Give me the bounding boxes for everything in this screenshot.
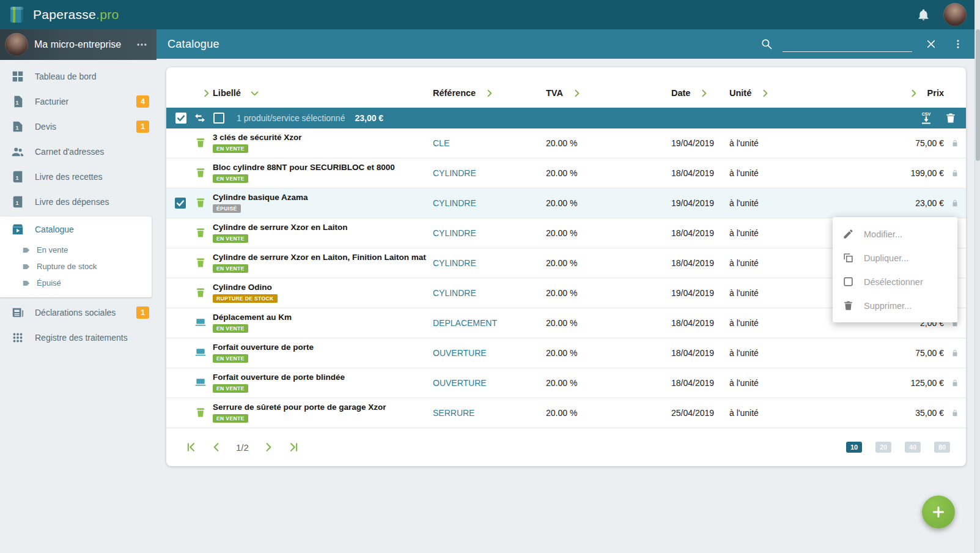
trash-icon: [842, 300, 854, 311]
next-page-icon[interactable]: [262, 441, 274, 453]
table-row[interactable]: Forfait ouverture de porte blindéeEN VEN…: [166, 368, 966, 398]
product-icon: [194, 136, 207, 149]
sidebar-subitem-rupture-de-stock[interactable]: Rupture de stock: [0, 258, 152, 275]
context-menu-label: Supprimer...: [864, 301, 912, 311]
tag-icon: [22, 246, 31, 254]
brand[interactable]: Paperasse.pro: [7, 5, 119, 24]
last-page-icon[interactable]: [288, 441, 300, 453]
select-all-checkbox[interactable]: [175, 113, 186, 124]
product-tva: 20.00 %: [546, 318, 665, 328]
product-reference: CLE: [433, 138, 546, 148]
product-reference: OUVERTURE: [433, 348, 546, 358]
product-icon: [194, 256, 207, 269]
row-checkbox[interactable]: [175, 198, 186, 209]
pagination: 1/2 10204080: [166, 428, 966, 466]
contacts-icon: [11, 145, 24, 158]
account-more-icon[interactable]: [136, 39, 148, 51]
product-reference: CYLINDRE: [433, 288, 546, 298]
sort-icon[interactable]: [572, 88, 582, 98]
delete-selection-icon[interactable]: [945, 112, 957, 124]
page-scrollbar[interactable]: [974, 0, 980, 553]
context-menu-item-deselectionner[interactable]: Désélectionner: [833, 270, 957, 294]
account-avatar: [5, 33, 28, 56]
user-avatar[interactable]: [943, 3, 967, 26]
product-date: 18/04/2019: [665, 348, 729, 358]
tag-icon: [22, 279, 31, 288]
overflow-menu-icon[interactable]: [952, 39, 963, 50]
add-product-button[interactable]: [922, 495, 955, 529]
sidebar-item-facturier[interactable]: 1Facturier4: [0, 89, 157, 114]
export-csv-icon[interactable]: CSV: [919, 111, 934, 125]
column-header-tva[interactable]: TVA: [546, 88, 665, 98]
table-row[interactable]: Forfait ouverture de porteEN VENTEOUVERT…: [166, 338, 966, 368]
product-price: 125,00 €: [894, 378, 944, 388]
sort-icon[interactable]: [201, 88, 212, 98]
sidebar-item-livre-des-recettes[interactable]: 1Livre des recettes: [0, 164, 157, 189]
column-header-reference[interactable]: Référence: [433, 88, 546, 98]
prev-page-icon[interactable]: [210, 441, 223, 453]
context-menu-item-supprimer[interactable]: Supprimer...: [833, 294, 957, 317]
product-unit: à l'unité: [729, 168, 894, 178]
page-size-10[interactable]: 10: [846, 442, 862, 453]
sidebar-badge: 4: [136, 95, 149, 108]
product-icon: [194, 226, 207, 239]
deselect-all-checkbox[interactable]: [213, 113, 224, 124]
sidebar-item-label: Tableau de bord: [35, 72, 96, 81]
lock-icon: [951, 349, 959, 357]
scrollbar-thumb[interactable]: [976, 29, 980, 161]
sort-icon[interactable]: [760, 88, 770, 98]
product-label: 3 clés de sécurité Xzor: [213, 133, 302, 143]
search-zone: [761, 36, 963, 52]
first-page-icon[interactable]: [185, 441, 197, 453]
sidebar-item-livre-des-depenses[interactable]: 1Livre des dépenses: [0, 189, 157, 214]
status-badge: EN VENTE: [213, 144, 248, 153]
selection-bar: 1 produit/service sélectionné 23,00 € CS…: [166, 108, 966, 128]
svg-text:CSV: CSV: [922, 112, 931, 116]
close-search-icon[interactable]: [926, 39, 937, 50]
sort-icon[interactable]: [484, 88, 495, 98]
product-label: Forfait ouverture de porte: [213, 343, 314, 352]
sidebar-item-tableau-de-bord[interactable]: Tableau de bord: [0, 64, 157, 89]
sidebar-item-registre-des-traitements[interactable]: Registre des traitements: [0, 325, 157, 350]
column-header-libelle[interactable]: Libellé: [213, 88, 433, 98]
notifications-icon[interactable]: [917, 9, 930, 21]
product-tva: 20.00 %: [546, 138, 665, 148]
column-header-date[interactable]: Date: [665, 88, 729, 98]
table-row[interactable]: Bloc cylindre 88NT pour SECURIBLOC et 80…: [166, 158, 966, 188]
app-root: Paperasse.pro Ma micro-entreprise Tablea…: [0, 0, 980, 553]
search-icon[interactable]: [761, 38, 773, 50]
product-tva: 20.00 %: [546, 408, 665, 418]
search-input[interactable]: [783, 36, 912, 52]
context-menu-item-modifier[interactable]: Modifier...: [833, 222, 957, 246]
sort-icon[interactable]: [908, 88, 919, 98]
product-tva: 20.00 %: [546, 198, 665, 208]
page-size-20[interactable]: 20: [875, 442, 891, 453]
sidebar-subitem-epuise[interactable]: Épuisé: [0, 275, 152, 291]
sidebar-item-catalogue[interactable]: Catalogue: [0, 217, 152, 242]
table-row[interactable]: 3 clés de sécurité XzorEN VENTECLE20.00 …: [166, 128, 966, 158]
product-price: 23,00 €: [894, 198, 944, 208]
sidebar-item-declarations-sociales[interactable]: Déclarations sociales1: [0, 300, 157, 325]
sort-direction-icon[interactable]: [249, 88, 260, 98]
product-date: 19/04/2019: [665, 288, 729, 298]
invert-selection-icon[interactable]: [194, 112, 206, 124]
column-header-prix[interactable]: Prix: [894, 88, 944, 98]
sort-icon[interactable]: [699, 88, 709, 98]
account-header[interactable]: Ma micro-entreprise: [0, 29, 157, 60]
tag-icon: [22, 262, 31, 271]
page-size-80[interactable]: 80: [934, 442, 950, 453]
column-header-unite[interactable]: Unité: [729, 88, 894, 98]
product-tva: 20.00 %: [546, 378, 665, 388]
product-unit: à l'unité: [729, 348, 894, 358]
sidebar-subitem-en-vente[interactable]: En vente: [0, 242, 152, 258]
context-menu-item-dupliquer[interactable]: Dupliquer...: [833, 246, 957, 270]
table-row[interactable]: Cylindre basique AzamaÉPUISÉCYLINDRE20.0…: [166, 188, 966, 218]
dashboard-icon: [11, 70, 24, 83]
sidebar-item-carnet-d-adresses[interactable]: Carnet d'adresses: [0, 139, 157, 164]
lock-icon: [951, 169, 959, 177]
svg-text:1: 1: [16, 200, 19, 206]
sidebar-item-devis[interactable]: 1Devis1: [0, 114, 157, 139]
page-size-40[interactable]: 40: [905, 442, 921, 453]
status-badge: EN VENTE: [213, 324, 248, 333]
table-row[interactable]: Serrure de sûreté pour porte de garage X…: [166, 398, 966, 428]
